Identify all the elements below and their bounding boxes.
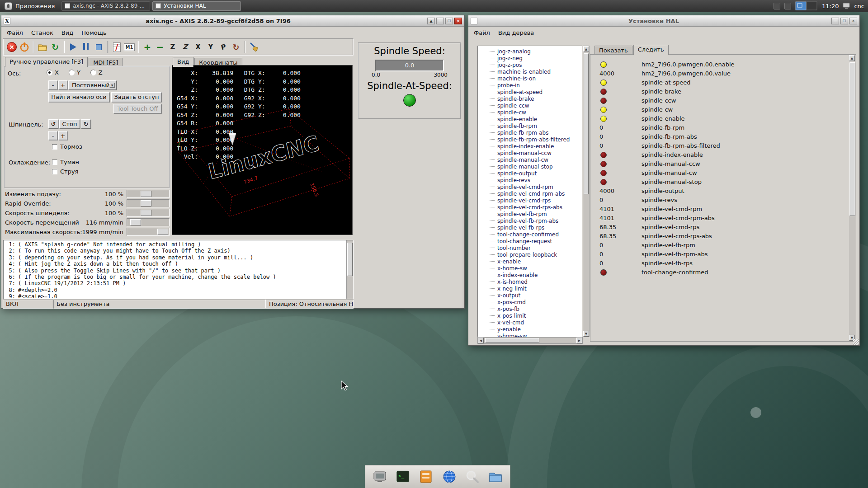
text-editor-icon[interactable] [417, 468, 435, 486]
axis-radio[interactable]: Z [90, 69, 103, 76]
tab[interactable]: Ручное управление [F3] [5, 57, 88, 67]
gcode-line[interactable]: 6:( If the program is too big or small f… [5, 274, 345, 280]
scroll-left-icon[interactable]: ◀ [478, 338, 484, 343]
scroll-up-icon[interactable]: ▲ [583, 46, 589, 52]
terminal-icon[interactable]: >_ [394, 468, 412, 486]
hal-titlebar[interactable]: Установки HAL — ☐ × [468, 15, 859, 27]
slider-track[interactable] [127, 190, 170, 198]
watch-row[interactable]: 0 spindle-vel-fb-rpm-abs [590, 250, 848, 259]
gcode-line[interactable]: 9:#<scale>=1.0 [5, 293, 345, 299]
menu-item[interactable]: Файл [470, 28, 494, 38]
touch-off-button[interactable]: Задать отступ [111, 92, 162, 102]
watch-row[interactable]: 0 spindle-fb-rpm-abs [590, 132, 848, 141]
tab[interactable]: Вид [173, 57, 193, 67]
tree-item[interactable]: spindle-brake [478, 95, 582, 102]
watch-row[interactable]: tool-change-confirmed [590, 268, 848, 277]
toggle-skip-lines-button[interactable]: / [110, 41, 123, 53]
tree-item[interactable]: x-vel-cmd [478, 319, 582, 326]
tree-item[interactable]: x-pos-fb [478, 305, 582, 312]
maximize-button[interactable]: ☐ [840, 18, 848, 24]
tree-item[interactable]: spindle-cw [478, 109, 582, 116]
watch-row[interactable]: spindle-manual-stop [590, 178, 848, 187]
estop-button[interactable]: × [5, 41, 18, 53]
web-browser-icon[interactable] [440, 468, 458, 486]
minimize-button[interactable]: — [436, 18, 444, 24]
watch-row[interactable]: 4101 spindle-vel-cmd-rpm-abs [590, 214, 848, 223]
tree-item[interactable]: probe-in [478, 82, 582, 89]
clock[interactable]: 11:20 [822, 3, 839, 9]
gcode-scrollbar[interactable] [346, 240, 353, 299]
spindle-slower-button[interactable]: - [48, 131, 57, 140]
slider-thumb[interactable] [130, 219, 141, 225]
view-perspective-button[interactable]: P [217, 41, 230, 53]
workspace-switcher[interactable] [795, 1, 818, 10]
tree-item[interactable]: spindle-vel-fb-rps [478, 224, 582, 231]
watch-row[interactable]: spindle-manual-ccw [590, 160, 848, 169]
view-x-button[interactable]: X [192, 41, 204, 53]
tree-item[interactable]: x-is-homed [478, 278, 582, 285]
scroll-right-icon[interactable]: ▶ [576, 338, 582, 343]
maximize-button[interactable]: ☐ [445, 18, 453, 24]
gcode-line[interactable]: 2:( To run this code anyway you might ha… [5, 248, 345, 254]
tree-item[interactable]: tool-prepare-loopback [478, 251, 582, 258]
axis-titlebar[interactable]: X axis.ngc - AXIS 2.8.2-89-gccf8f2d58 on… [1, 15, 464, 27]
pause-program-button[interactable] [80, 41, 92, 53]
gcode-listing[interactable]: 1:( AXIS "splash g-code" Not intended fo… [3, 240, 354, 299]
taskbar-task[interactable]: Установки HAL [152, 1, 241, 11]
jog-minus-button[interactable]: - [48, 80, 57, 90]
menu-item[interactable]: Вид дерева [494, 28, 538, 38]
watch-row[interactable]: spindle-brake [590, 87, 848, 96]
jog-mode-dropdown[interactable]: Постоянный ▼ [68, 80, 117, 90]
taskbar-task[interactable]: axis.ngc - AXIS 2.8.2-89-... [61, 1, 150, 11]
stop-program-button[interactable] [92, 41, 105, 53]
machine-power-button[interactable] [18, 41, 31, 53]
scrollbar-thumb[interactable] [485, 338, 539, 343]
tab[interactable]: MDI [F5] [89, 58, 123, 67]
spindle-faster-button[interactable]: + [58, 131, 67, 140]
tree-item[interactable]: spindle-vel-fb-rpm-abs [478, 217, 582, 224]
shade-button[interactable]: ▲ [427, 18, 435, 24]
tree-item[interactable]: spindle-fb-rpm-abs-filtered [478, 136, 582, 143]
display-settings-icon[interactable] [371, 468, 389, 486]
axis-radio[interactable]: Y [69, 69, 80, 76]
watch-row[interactable]: 68.35 spindle-vel-cmd-rps-abs [590, 232, 848, 241]
slider-track[interactable] [127, 199, 170, 207]
hal-pin-tree[interactable]: jog-z-analog jog-z-neg jog-z-pos machine… [477, 46, 582, 337]
tree-item[interactable]: machine-is-enabled [478, 68, 582, 75]
tree-item[interactable]: spindle-index-enable [478, 143, 582, 150]
brake-checkbox[interactable]: Тормоз [52, 143, 82, 150]
resize-grip[interactable] [853, 339, 859, 345]
slider-thumb[interactable] [141, 200, 151, 206]
watch-row[interactable]: 0 spindle-fb-rpm [590, 123, 848, 132]
menu-item[interactable]: Вид [57, 28, 77, 38]
tree-item[interactable]: x-enable [478, 258, 582, 265]
home-axis-button[interactable]: Найти начало оси [48, 92, 109, 102]
jog-plus-button[interactable]: + [58, 80, 67, 90]
app-finder-icon[interactable] [463, 468, 481, 486]
watch-row[interactable]: 0 spindle-revs [590, 196, 848, 205]
tree-item[interactable]: spindle-enable [478, 116, 582, 122]
watch-row[interactable]: 4000 spindle-output [590, 187, 848, 196]
tree-item[interactable]: tool-change-confirmed [478, 231, 582, 238]
tree-item[interactable]: spindle-vel-cmd-rpm-abs [478, 190, 582, 197]
tree-item[interactable]: x-output [478, 292, 582, 299]
watch-row[interactable]: 0 spindle-vel-fb-rpm [590, 241, 848, 250]
gcode-line[interactable]: 1:( AXIS "splash g-code" Not intended fo… [5, 241, 345, 248]
tree-item[interactable]: x-index-enable [478, 272, 582, 278]
view-y-button[interactable]: Y [204, 41, 217, 53]
tab[interactable]: Следить [633, 45, 669, 55]
tree-item[interactable]: tool-number [478, 244, 582, 251]
reload-file-button[interactable]: ↻ [49, 41, 61, 53]
scroll-down-icon[interactable]: ▼ [583, 331, 589, 337]
spindle-ccw-button[interactable]: ↺ [48, 119, 58, 129]
slider-thumb[interactable] [141, 191, 151, 197]
menu-item[interactable]: Файл [3, 28, 27, 38]
watch-row[interactable]: hm2_7i96.0.pwmgen.00.enable [590, 60, 848, 69]
run-program-button[interactable] [67, 41, 80, 53]
slider-track[interactable] [127, 228, 170, 236]
gcode-line[interactable]: 8:#<depth>=2.0 [5, 287, 345, 293]
tree-item[interactable]: spindle-at-speed [478, 89, 582, 95]
menu-item[interactable]: Помощь [77, 28, 110, 38]
tree-item[interactable]: spindle-manual-ccw [478, 150, 582, 156]
zoom-in-button[interactable]: + [141, 41, 154, 53]
